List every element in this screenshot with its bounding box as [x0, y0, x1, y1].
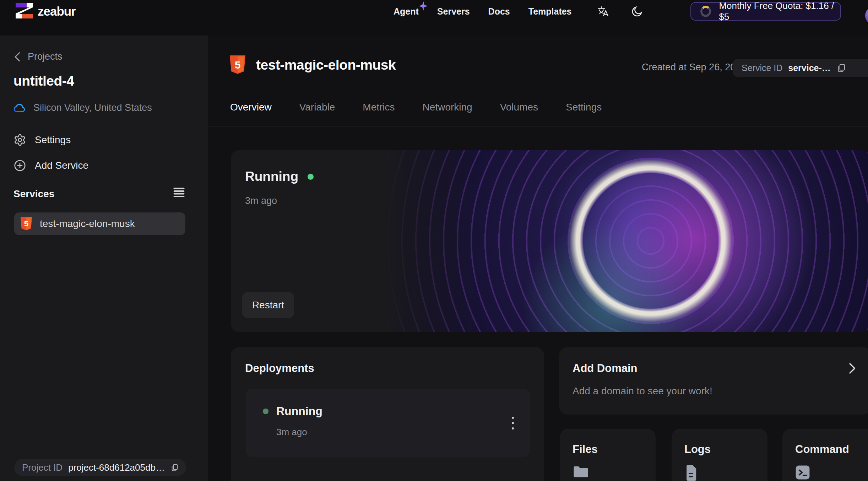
tab-variable[interactable]: Variable — [299, 102, 335, 118]
services-header: Services — [13, 188, 54, 200]
service-title: test-magic-elon-musk — [256, 57, 396, 73]
zeabur-logo-icon — [16, 3, 33, 20]
cloud-icon — [13, 103, 26, 113]
service-id-value: service-… — [788, 63, 831, 73]
status-time: 3m ago — [245, 195, 277, 206]
sidebar-service-item[interactable]: 5 test-magic-elon-musk — [14, 212, 185, 235]
deployment-state: Running — [276, 405, 322, 418]
service-item-label: test-magic-elon-musk — [40, 218, 135, 229]
sidebar: Projects untitled-4 Silicon Valley, Unit… — [0, 36, 208, 481]
nav-docs[interactable]: Docs — [488, 6, 510, 17]
copy-icon[interactable] — [170, 463, 178, 472]
moon-icon — [631, 6, 643, 17]
top-navigation: Agent Servers Docs Templates — [394, 0, 644, 23]
quota-label: Monthly Free Quota: $1.16 / $5 — [719, 0, 840, 22]
theme-toggle-button[interactable] — [631, 5, 644, 18]
created-at: Created at Sep 26, 2025 — [642, 62, 746, 73]
deployment-status-row: Running — [263, 405, 322, 418]
add-service-label: Add Service — [35, 160, 88, 171]
quota-progress-ring — [700, 6, 711, 17]
chevron-left-icon — [13, 52, 21, 62]
service-id-label: Service ID — [742, 63, 782, 73]
status-card: Running 3m ago Restart — [231, 150, 868, 332]
gear-icon — [13, 134, 26, 146]
plus-circle-icon — [13, 159, 26, 172]
brand-name: zeabur — [38, 4, 76, 18]
files-label: Files — [573, 443, 598, 456]
deployment-time: 3m ago — [276, 427, 307, 438]
nav-agent[interactable]: Agent — [394, 6, 419, 17]
folder-icon — [573, 465, 588, 480]
tab-settings[interactable]: Settings — [566, 102, 602, 118]
main-content: 5 test-magic-elon-musk Created at Sep 26… — [208, 36, 868, 481]
project-id-value: project-68d612a05db… — [68, 462, 165, 473]
tab-overview[interactable]: Overview — [230, 102, 272, 118]
project-name: untitled-4 — [13, 73, 74, 89]
status-state: Running — [245, 169, 298, 184]
status-dot — [308, 174, 314, 180]
service-header: 5 test-magic-elon-musk — [229, 55, 396, 75]
project-region: Silicon Valley, United States — [13, 102, 152, 113]
status-row: Running — [245, 169, 314, 184]
add-domain-title: Add Domain — [573, 362, 638, 375]
logs-card[interactable]: Logs — [672, 429, 767, 481]
files-card[interactable]: Files — [560, 429, 656, 481]
logs-label: Logs — [684, 443, 711, 456]
quota-badge[interactable]: Monthly Free Quota: $1.16 / $5 — [690, 2, 841, 21]
language-button[interactable] — [597, 5, 609, 18]
tab-metrics[interactable]: Metrics — [363, 102, 395, 118]
nav-servers[interactable]: Servers — [437, 6, 470, 17]
deployment-list-item[interactable]: Running 3m ago — [246, 389, 530, 457]
user-avatar[interactable] — [865, 6, 868, 25]
command-card[interactable]: Command — [782, 429, 868, 481]
sidebar-item-add-service[interactable]: Add Service — [13, 159, 88, 172]
project-id-label: Project ID — [22, 462, 63, 473]
add-domain-subtitle: Add a domain to see your work! — [573, 385, 712, 397]
deployments-card: Deployments Running 3m ago — [231, 347, 544, 481]
service-id-badge: Service ID service-… — [733, 59, 868, 77]
zeabur-logo[interactable]: zeabur — [16, 3, 76, 20]
html5-icon-large: 5 — [229, 55, 246, 75]
list-icon — [173, 186, 185, 198]
tab-volumes[interactable]: Volumes — [500, 102, 538, 118]
project-id-badge: Project ID project-68d612a05db… — [14, 459, 186, 476]
document-icon — [684, 465, 697, 481]
copy-icon[interactable] — [836, 63, 846, 72]
deployment-status-dot — [263, 409, 268, 414]
deployment-menu-button[interactable] — [504, 409, 521, 437]
topbar: zeabur Agent Servers Docs Templates — [0, 0, 868, 36]
command-label: Command — [795, 443, 849, 456]
html5-icon: 5 — [20, 217, 33, 231]
sparkle-icon — [419, 1, 428, 13]
back-label: Projects — [28, 51, 63, 62]
add-domain-card[interactable]: Add Domain Add a domain to see your work… — [559, 347, 868, 415]
service-tabs: Overview Variable Metrics Networking Vol… — [230, 102, 602, 118]
back-to-projects-link[interactable]: Projects — [13, 51, 63, 62]
settings-label: Settings — [35, 134, 71, 146]
sidebar-item-settings[interactable]: Settings — [13, 134, 71, 146]
svg-text:5: 5 — [235, 59, 241, 71]
zeabur-service-overview-page: { "topbar": { "brand": "zeabur", "nav": … — [0, 0, 868, 481]
tab-networking[interactable]: Networking — [423, 102, 472, 118]
chevron-right-icon — [847, 363, 857, 375]
restart-button[interactable]: Restart — [242, 292, 294, 318]
services-list-toggle[interactable] — [173, 186, 185, 200]
svg-text:5: 5 — [24, 219, 28, 228]
hero-artwork — [384, 150, 868, 332]
translate-icon — [597, 5, 609, 17]
nav-templates[interactable]: Templates — [528, 6, 572, 17]
tabs-divider — [208, 126, 868, 126]
terminal-icon — [795, 465, 810, 481]
region-label: Silicon Valley, United States — [33, 102, 152, 113]
deployments-title: Deployments — [245, 362, 314, 375]
